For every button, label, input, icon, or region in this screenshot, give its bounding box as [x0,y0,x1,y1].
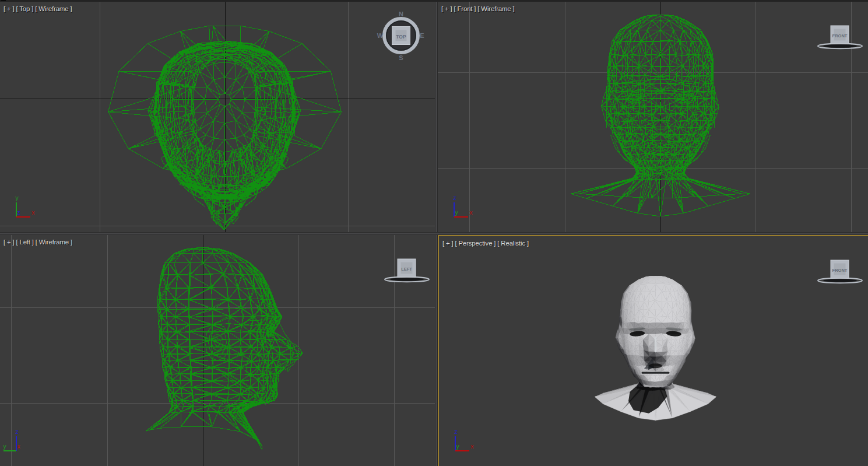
svg-text:y: y [456,444,459,450]
svg-text:E: E [420,32,424,39]
svg-text:x: x [17,444,20,450]
svg-text:FRONT: FRONT [832,268,848,273]
svg-text:S: S [399,54,403,61]
svg-text:TOP: TOP [396,34,406,40]
svg-text:x: x [470,444,474,450]
svg-text:x: x [469,210,473,216]
svg-text:z: z [454,429,458,436]
svg-text:LEFT: LEFT [401,267,412,272]
svg-text:W: W [377,32,384,39]
svg-text:y: y [3,444,6,450]
svg-text:FRONT: FRONT [832,33,848,38]
svg-text:z: z [17,210,20,216]
svg-text:y: y [455,210,458,216]
svg-text:N: N [399,10,403,17]
svg-text:x: x [31,210,35,216]
svg-text:z: z [15,429,19,436]
svg-text:y: y [15,195,19,202]
svg-text:z: z [453,195,456,202]
